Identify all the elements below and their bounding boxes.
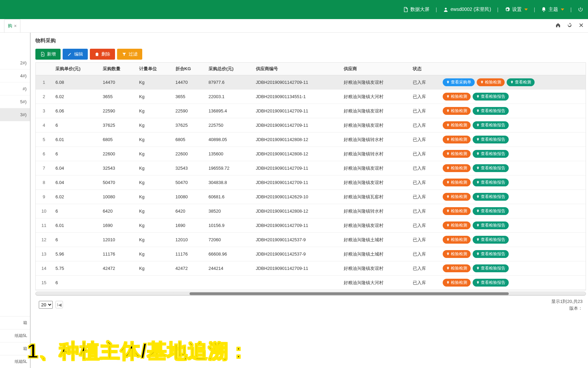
table-row[interactable]: 76.0432543Kg32543196559.72JDBH2019090114… (36, 161, 586, 175)
delete-button[interactable]: 删除 (90, 49, 115, 60)
action-inspect[interactable]: 检验检测 (477, 78, 505, 86)
settings-menu[interactable]: 设置 (505, 6, 528, 13)
filter-button[interactable]: 过滤 (117, 49, 142, 60)
sidebar-item[interactable]: #) (0, 82, 30, 95)
cell-status: 已入库 (409, 218, 439, 233)
column-header[interactable]: 采购总价(元) (205, 63, 252, 75)
home-button[interactable] (555, 22, 561, 29)
cell-total: 66608.96 (205, 247, 252, 261)
theme-menu[interactable]: 主题 (541, 6, 564, 13)
action-inspect[interactable]: 检验检测 (443, 136, 471, 143)
action-view_report[interactable]: 查看检验报告 (473, 179, 509, 186)
action-view_report[interactable]: 查看检验报告 (473, 136, 509, 143)
cell-unit: Kg (136, 247, 172, 261)
column-header[interactable]: 采购单价(元) (52, 63, 99, 75)
action-inspect[interactable]: 检验检测 (443, 236, 471, 244)
delete-label: 删除 (101, 51, 110, 57)
action-inspect[interactable]: 检验检测 (443, 279, 471, 287)
action-view_report[interactable]: 查看检验报告 (473, 250, 509, 258)
sidebar-item[interactable]: 4#) (0, 70, 30, 82)
column-header[interactable]: 计量单位 (136, 63, 172, 75)
cell-price: 6.02 (52, 90, 99, 104)
sidebar-item[interactable]: 5#) (0, 95, 30, 108)
cell-unit: Kg (136, 190, 172, 204)
horizontal-scrollbar[interactable] (35, 292, 586, 296)
page-first[interactable]: I◀ (55, 301, 63, 308)
table-row[interactable]: 36.0622590Kg22590136895.4JDBH20190901142… (36, 104, 586, 118)
cell-n: 6 (36, 147, 52, 161)
page-size-select[interactable]: 20 (39, 301, 53, 309)
action-view_report[interactable]: 查看检验报告 (473, 236, 509, 244)
table-row[interactable]: 4637625Kg37625225750JDBH20190901142709-1… (36, 118, 586, 133)
refresh-button[interactable] (567, 22, 572, 29)
table-row[interactable]: 26.023655Kg365522003.1JDBH20190901134551… (36, 90, 586, 104)
action-view_report[interactable]: 查看检验报告 (473, 164, 509, 172)
table-row[interactable]: 6622600Kg22600135600JDBH20190901142808-1… (36, 147, 586, 161)
table-row[interactable]: 145.7542472Kg42472244214JDBH201909011427… (36, 261, 586, 276)
cell-n: 9 (36, 190, 52, 204)
column-header[interactable]: 供应商 (340, 63, 409, 75)
table-row[interactable]: 16.0814470Kg1447087977.6JDBH201909011427… (36, 75, 586, 90)
action-view_report[interactable]: 查看检验报告 (473, 221, 509, 229)
cell-code (252, 276, 340, 290)
action-inspect[interactable]: 检验检测 (443, 221, 471, 229)
sidebar-item[interactable]: 箱 (0, 342, 30, 355)
action-view_report[interactable]: 查看检验报告 (473, 93, 509, 101)
action-inspect[interactable]: 检验检测 (443, 179, 471, 186)
table-row[interactable]: 116.011690Kg169010156.9JDBH2019090114270… (36, 218, 586, 233)
power-button[interactable] (578, 7, 583, 12)
column-header[interactable]: 供应商编号 (252, 63, 340, 75)
separator: | (497, 7, 499, 12)
dashboard-link[interactable]: 数据大屏 (403, 6, 429, 13)
action-view_report[interactable]: 查看检验报告 (473, 193, 509, 201)
edit-button[interactable]: 编辑 (63, 49, 88, 60)
sidebar-item[interactable]: 纸箱5L (0, 329, 30, 342)
cell-status: 已入库 (409, 276, 439, 290)
column-header[interactable]: 状态 (409, 63, 439, 75)
table-row[interactable]: 1066420Kg642038520JDBH20190901142808-12好… (36, 204, 586, 218)
action-view_report[interactable]: 查看检验报告 (473, 207, 509, 215)
cell-unit: Kg (136, 175, 172, 190)
column-header[interactable]: 采购数量 (99, 63, 136, 75)
table-row[interactable]: 156好粮油兴隆镇大河村已入库检验检测查看检验报告 (36, 276, 586, 290)
cell-code: JDBH20190901134551-1 (252, 90, 340, 104)
action-view_report[interactable]: 查看检验报告 (473, 107, 509, 115)
table-row[interactable]: 12612010Kg1201072060JDBH20190901142537-9… (36, 233, 586, 247)
action-inspect[interactable]: 检验检测 (443, 150, 471, 158)
table-row[interactable]: 135.9611176Kg1117666608.96JDBH2019090114… (36, 247, 586, 261)
sidebar-item[interactable]: 2#) (0, 57, 30, 70)
column-header[interactable]: 折合KG (172, 63, 205, 75)
action-inspect[interactable]: 检验检测 (443, 107, 471, 115)
cell-qty: 11176 (99, 247, 136, 261)
action-view_report[interactable]: 查看检验报告 (473, 264, 509, 272)
action-inspect[interactable]: 检验检测 (443, 164, 471, 172)
action-view_report[interactable]: 查看检验报告 (473, 150, 509, 158)
column-header[interactable] (36, 63, 52, 75)
sidebar-item[interactable]: 3#) (0, 108, 30, 121)
action-view_inspect[interactable]: 查看检测 (507, 78, 535, 86)
table-row[interactable]: 56.016805Kg680540898.05JDBH2019090114280… (36, 133, 586, 147)
scrollbar-thumb[interactable] (190, 292, 508, 295)
cell-status: 已入库 (409, 161, 439, 175)
action-inspect[interactable]: 检验检测 (443, 93, 471, 101)
action-inspect[interactable]: 检验检测 (443, 250, 471, 258)
sidebar-item[interactable]: 箱 (0, 316, 30, 329)
column-header[interactable] (439, 63, 586, 75)
action-view_order[interactable]: 查看采购单 (443, 78, 475, 86)
table-row[interactable]: 96.0210080Kg1008060681.6JDBH201909011426… (36, 190, 586, 204)
action-view_report[interactable]: 查看检验报告 (473, 279, 509, 287)
action-inspect[interactable]: 检验检测 (443, 264, 471, 272)
action-inspect[interactable]: 检验检测 (443, 193, 471, 201)
close-icon[interactable]: × (14, 23, 17, 29)
tab-purchase[interactable]: 购 × (4, 19, 20, 32)
close-all-button[interactable] (578, 22, 584, 29)
cell-price: 6.01 (52, 133, 99, 147)
action-view_report[interactable]: 查看检验报告 (473, 121, 509, 129)
sidebar-item[interactable]: 纸箱5L (0, 355, 30, 368)
add-button[interactable]: 新增 (35, 49, 61, 60)
table-row[interactable]: 86.0450470Kg50470304838.8JDBH20190901142… (36, 175, 586, 190)
pencil-icon (67, 52, 72, 57)
user-menu[interactable]: ewsd0002 (宋昱民) (443, 6, 491, 13)
action-inspect[interactable]: 检验检测 (443, 207, 471, 215)
action-inspect[interactable]: 检验检测 (443, 121, 471, 129)
